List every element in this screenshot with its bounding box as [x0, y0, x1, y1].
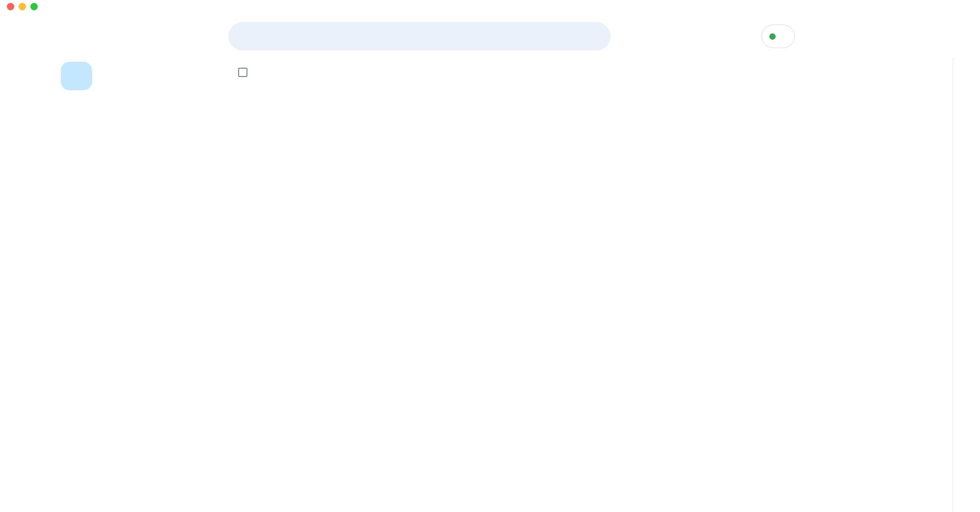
select-all-control[interactable] [238, 68, 249, 77]
left-rail [0, 14, 55, 512]
close-window-button[interactable] [7, 3, 14, 10]
zoom-window-button[interactable] [30, 3, 38, 10]
minimize-window-button[interactable] [19, 3, 26, 10]
search-button[interactable] [232, 25, 256, 48]
gmail-app [0, 14, 980, 512]
list-toolbar [225, 59, 938, 85]
mail-list [225, 59, 938, 512]
sidebar [55, 14, 225, 512]
main-area [225, 14, 953, 512]
settings-button[interactable] [826, 25, 850, 48]
gmail-logo [55, 14, 225, 59]
refresh-button[interactable] [261, 62, 280, 82]
active-status-dot [769, 33, 776, 40]
search-options-button[interactable] [583, 25, 607, 48]
sidebar-nav [55, 100, 225, 499]
right-side-panel [953, 14, 980, 512]
search-bar[interactable] [228, 22, 611, 51]
status-dropdown[interactable] [761, 25, 795, 48]
profile-avatar[interactable] [911, 23, 938, 50]
apps-button[interactable] [854, 25, 877, 48]
compose-button[interactable] [61, 62, 92, 90]
main-header [225, 14, 938, 59]
window-titlebar [0, 0, 980, 14]
header-actions [761, 23, 938, 50]
search-input[interactable] [256, 31, 583, 42]
window-controls [7, 3, 38, 10]
select-all-checkbox[interactable] [238, 68, 247, 77]
help-button[interactable] [799, 25, 822, 48]
more-options-button[interactable] [292, 62, 312, 82]
main-menu-button[interactable] [0, 14, 55, 59]
